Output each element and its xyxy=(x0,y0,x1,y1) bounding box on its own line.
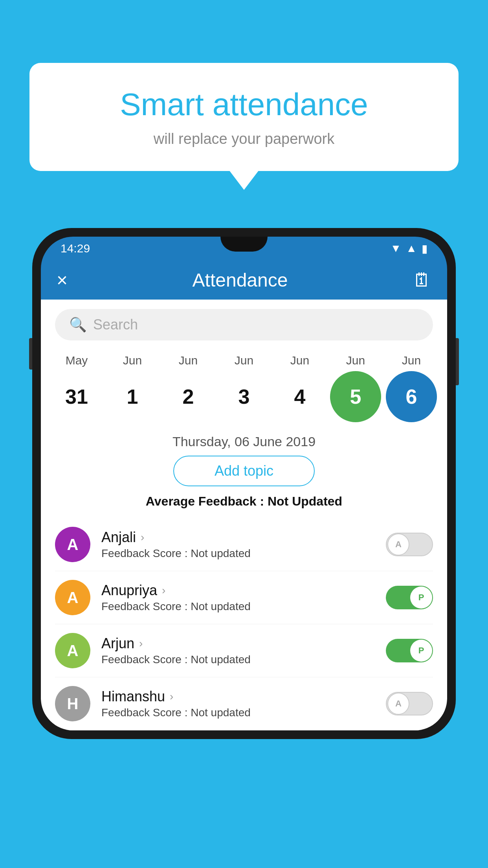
month-jun-1: Jun xyxy=(107,354,158,367)
toggle-arjun[interactable]: P xyxy=(386,639,433,662)
month-jun-4: Jun xyxy=(274,354,325,367)
month-jun-2: Jun xyxy=(163,354,214,367)
month-jun-6: Jun xyxy=(386,354,437,367)
phone-side-volume-button xyxy=(29,338,32,370)
chevron-icon: › xyxy=(141,531,144,544)
date-6-selected[interactable]: 6 xyxy=(386,371,437,422)
search-icon: 🔍 xyxy=(69,316,87,333)
phone-container: 14:29 ▼ ▲ ▮ × Attendance 🗓 xyxy=(32,228,456,739)
status-icons: ▼ ▲ ▮ xyxy=(391,242,427,255)
feedback-avg-value: Not Updated xyxy=(268,494,342,508)
battery-icon: ▮ xyxy=(422,242,427,255)
attendance-toggle-anjali[interactable]: A xyxy=(386,533,433,556)
search-placeholder: Search xyxy=(93,316,138,333)
month-jun-3: Jun xyxy=(218,354,270,367)
phone-side-power-button xyxy=(456,338,459,385)
student-item-anjali: A Anjali › Feedback Score : Not updated xyxy=(55,518,433,571)
toggle-himanshu[interactable]: A xyxy=(386,692,433,715)
student-list: A Anjali › Feedback Score : Not updated xyxy=(41,518,447,730)
feedback-avg-label: Average Feedback : xyxy=(146,494,268,508)
selected-date-text: Thursday, 06 June 2019 xyxy=(41,430,447,456)
avatar-anjali: A xyxy=(55,527,90,562)
phone-inner: 14:29 ▼ ▲ ▮ × Attendance 🗓 xyxy=(41,237,447,730)
app-title: Attendance xyxy=(68,269,413,291)
date-1[interactable]: 1 xyxy=(107,371,158,422)
student-name-himanshu[interactable]: Himanshu › xyxy=(101,688,375,705)
calendar-icon[interactable]: 🗓 xyxy=(413,269,431,291)
student-name-arjun[interactable]: Arjun › xyxy=(101,635,375,652)
student-feedback-anupriya: Feedback Score : Not updated xyxy=(101,600,375,613)
calendar-section: May Jun Jun Jun Jun Jun Jun 31 1 2 xyxy=(41,350,447,430)
month-may: May xyxy=(51,354,102,367)
phone-notch xyxy=(220,237,268,252)
toggle-knob-anjali: A xyxy=(387,533,409,555)
student-info-anjali: Anjali › Feedback Score : Not updated xyxy=(101,529,375,560)
student-info-arjun: Arjun › Feedback Score : Not updated xyxy=(101,635,375,666)
speech-bubble-title: Smart attendance xyxy=(61,86,427,123)
avatar-anupriya: A xyxy=(55,580,90,615)
attendance-toggle-himanshu[interactable]: A xyxy=(386,692,433,715)
date-row: 31 1 2 3 4 5 6 xyxy=(49,368,439,430)
toggle-knob-himanshu: A xyxy=(387,693,409,715)
phone-screen: 🔍 Search May Jun Jun Jun Jun Jun Jun xyxy=(41,300,447,730)
student-item-himanshu: H Himanshu › Feedback Score : Not update… xyxy=(55,677,433,730)
toggle-knob-arjun: P xyxy=(410,640,432,662)
student-item-arjun: A Arjun › Feedback Score : Not updated xyxy=(55,624,433,677)
signal-icon: ▲ xyxy=(406,242,417,255)
student-info-anupriya: Anupriya › Feedback Score : Not updated xyxy=(101,582,375,613)
phone-wrapper: 14:29 ▼ ▲ ▮ × Attendance 🗓 xyxy=(32,228,456,739)
student-feedback-himanshu: Feedback Score : Not updated xyxy=(101,706,375,719)
app-header: × Attendance 🗓 xyxy=(41,260,447,300)
status-time: 14:29 xyxy=(61,242,90,255)
wifi-icon: ▼ xyxy=(391,242,402,255)
student-item-anupriya: A Anupriya › Feedback Score : Not update… xyxy=(55,571,433,624)
phone-outer: 14:29 ▼ ▲ ▮ × Attendance 🗓 xyxy=(32,228,456,739)
chevron-icon: › xyxy=(139,637,143,650)
student-name-anjali[interactable]: Anjali › xyxy=(101,529,375,546)
toggle-anupriya[interactable]: P xyxy=(386,586,433,609)
attendance-toggle-anupriya[interactable]: P xyxy=(386,586,433,609)
avatar-arjun: A xyxy=(55,633,90,668)
status-bar: 14:29 ▼ ▲ ▮ xyxy=(41,237,447,260)
toggle-anjali[interactable]: A xyxy=(386,533,433,556)
chevron-icon: › xyxy=(162,584,165,597)
search-bar[interactable]: 🔍 Search xyxy=(55,309,433,340)
attendance-toggle-arjun[interactable]: P xyxy=(386,639,433,662)
speech-bubble-container: Smart attendance will replace your paper… xyxy=(29,63,459,171)
date-5-today[interactable]: 5 xyxy=(330,371,381,422)
student-feedback-arjun: Feedback Score : Not updated xyxy=(101,653,375,666)
month-row: May Jun Jun Jun Jun Jun Jun xyxy=(49,350,439,368)
avatar-himanshu: H xyxy=(55,686,90,721)
date-4[interactable]: 4 xyxy=(274,371,325,422)
speech-bubble: Smart attendance will replace your paper… xyxy=(29,63,459,171)
date-3[interactable]: 3 xyxy=(218,371,270,422)
date-31[interactable]: 31 xyxy=(51,371,102,422)
student-name-anupriya[interactable]: Anupriya › xyxy=(101,582,375,599)
date-2[interactable]: 2 xyxy=(163,371,214,422)
add-topic-button[interactable]: Add topic xyxy=(173,456,315,486)
toggle-knob-anupriya: P xyxy=(410,587,432,609)
chevron-icon: › xyxy=(170,690,173,703)
student-info-himanshu: Himanshu › Feedback Score : Not updated xyxy=(101,688,375,719)
close-icon[interactable]: × xyxy=(57,269,68,291)
feedback-avg: Average Feedback : Not Updated xyxy=(41,494,447,509)
speech-bubble-subtitle: will replace your paperwork xyxy=(61,131,427,147)
month-jun-5: Jun xyxy=(330,354,381,367)
student-feedback-anjali: Feedback Score : Not updated xyxy=(101,547,375,560)
